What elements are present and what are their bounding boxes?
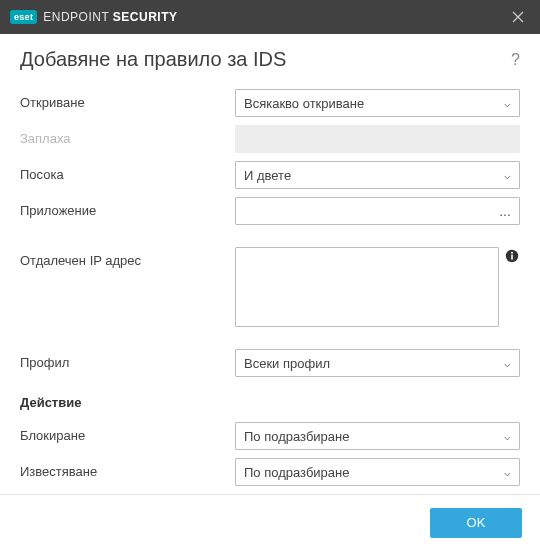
titlebar: eset ENDPOINT SECURITY [0, 0, 540, 34]
header-row: Добавяне на правило за IDS ? [20, 48, 520, 71]
browse-application-button[interactable]: ... [491, 198, 519, 224]
row-application: Приложение ... [20, 197, 520, 225]
label-threat: Заплаха [20, 125, 235, 146]
chevron-down-icon: ⌵ [504, 466, 511, 479]
svg-point-2 [511, 252, 513, 254]
close-button[interactable] [506, 5, 530, 29]
page-title: Добавяне на правило за IDS [20, 48, 286, 71]
section-action-title: Действие [20, 395, 520, 410]
row-threat: Заплаха [20, 125, 520, 153]
select-direction-value: И двете [244, 168, 504, 183]
select-notify[interactable]: По подразбиране ⌵ [235, 458, 520, 486]
svg-rect-1 [511, 255, 513, 260]
chevron-down-icon: ⌵ [504, 430, 511, 443]
label-notify: Известяване [20, 458, 235, 479]
help-button[interactable]: ? [511, 51, 520, 69]
label-block: Блокиране [20, 422, 235, 443]
label-direction: Посока [20, 161, 235, 182]
input-application[interactable]: ... [235, 197, 520, 225]
chevron-down-icon: ⌵ [504, 169, 511, 182]
brand-text: ENDPOINT SECURITY [43, 10, 177, 24]
label-detection: Откриване [20, 89, 235, 110]
row-notify: Известяване По подразбиране ⌵ [20, 458, 520, 486]
brand-badge: eset [10, 10, 37, 24]
threat-readonly [235, 125, 520, 153]
row-detection: Откриване Всякакво откриване ⌵ [20, 89, 520, 117]
textarea-remote-ip[interactable] [235, 247, 499, 327]
row-profile: Профил Всеки профил ⌵ [20, 349, 520, 377]
ok-button[interactable]: OK [430, 508, 522, 538]
row-remote-ip: Отдалечен IP адрес [20, 247, 520, 327]
brand-light: ENDPOINT [43, 10, 109, 24]
chevron-down-icon: ⌵ [504, 357, 511, 370]
content-area: Добавяне на правило за IDS ? Откриване В… [0, 34, 540, 522]
select-block-value: По подразбиране [244, 429, 504, 444]
select-notify-value: По подразбиране [244, 465, 504, 480]
select-detection-value: Всякакво откриване [244, 96, 504, 111]
info-button[interactable] [505, 247, 520, 266]
select-block[interactable]: По подразбиране ⌵ [235, 422, 520, 450]
select-profile-value: Всеки профил [244, 356, 504, 371]
select-detection[interactable]: Всякакво откриване ⌵ [235, 89, 520, 117]
info-icon [505, 249, 519, 263]
label-application: Приложение [20, 197, 235, 218]
close-icon [512, 11, 524, 23]
footer: OK [0, 494, 540, 550]
select-profile[interactable]: Всеки профил ⌵ [235, 349, 520, 377]
label-profile: Профил [20, 349, 235, 370]
brand-bold: SECURITY [113, 10, 178, 24]
label-remote-ip: Отдалечен IP адрес [20, 247, 235, 268]
row-direction: Посока И двете ⌵ [20, 161, 520, 189]
select-direction[interactable]: И двете ⌵ [235, 161, 520, 189]
brand-area: eset ENDPOINT SECURITY [10, 10, 178, 24]
row-block: Блокиране По подразбиране ⌵ [20, 422, 520, 450]
chevron-down-icon: ⌵ [504, 97, 511, 110]
